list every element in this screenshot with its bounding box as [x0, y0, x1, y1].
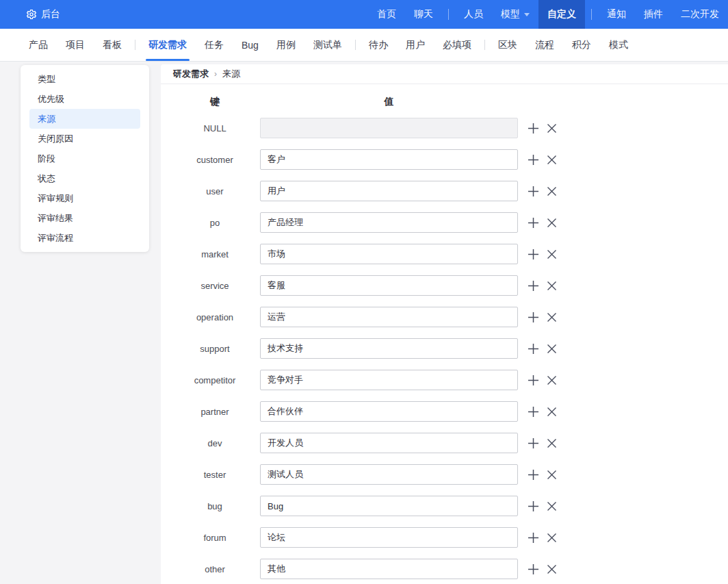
sidebar-item-type[interactable]: 类型 — [29, 69, 140, 89]
sidebar-item-review-flow[interactable]: 评审流程 — [29, 228, 140, 248]
kv-value-input[interactable] — [260, 370, 518, 390]
header-item-home[interactable]: 首页 — [368, 0, 405, 29]
kv-value-input[interactable] — [260, 244, 518, 264]
sidebar-item-review-rule[interactable]: 评审规则 — [29, 188, 140, 208]
admin-brand[interactable]: 后台 — [26, 0, 60, 29]
add-icon[interactable] — [527, 468, 540, 481]
kv-key-label: forum — [170, 533, 260, 543]
nav-item-bug[interactable]: Bug — [233, 29, 268, 61]
add-icon[interactable] — [527, 342, 540, 355]
row-actions — [527, 374, 558, 387]
kv-value-input[interactable] — [260, 118, 518, 138]
kv-value-input[interactable] — [260, 212, 518, 233]
add-icon[interactable] — [527, 248, 540, 261]
nav-item-product[interactable]: 产品 — [20, 29, 57, 61]
add-icon[interactable] — [527, 122, 540, 135]
kv-value-input[interactable] — [260, 338, 518, 359]
remove-icon[interactable] — [545, 468, 558, 481]
kv-key-label: competitor — [170, 375, 260, 385]
header-item-people[interactable]: 人员 — [455, 0, 492, 29]
kv-row-tester: tester — [170, 459, 728, 490]
add-icon[interactable] — [527, 563, 540, 576]
row-actions — [527, 122, 558, 135]
nav-item-case[interactable]: 用例 — [268, 29, 304, 61]
remove-icon[interactable] — [545, 279, 558, 292]
value-column-header: 值 — [260, 96, 518, 108]
nav-item-task[interactable]: 任务 — [196, 29, 233, 61]
kv-value-input[interactable] — [260, 496, 518, 516]
add-icon[interactable] — [527, 185, 540, 198]
breadcrumb-current: 来源 — [222, 68, 240, 80]
row-actions — [527, 185, 558, 198]
add-icon[interactable] — [527, 153, 540, 166]
sidebar-item-stage[interactable]: 阶段 — [29, 149, 140, 168]
nav-divider — [355, 40, 356, 50]
chevron-down-icon — [524, 13, 530, 16]
remove-icon[interactable] — [545, 374, 558, 387]
kv-value-input[interactable] — [260, 433, 518, 453]
nav-item-user[interactable]: 用户 — [397, 29, 434, 61]
sidebar-item-review-result[interactable]: 评审结果 — [29, 208, 140, 228]
kv-value-input[interactable] — [260, 181, 518, 201]
kv-key-label: service — [170, 281, 260, 291]
nav-item-block[interactable]: 区块 — [489, 29, 526, 61]
admin-header: 后台 首页 聊天 人员 模型 自定义 通知 插件 二次开发 — [0, 0, 728, 29]
kv-value-input[interactable] — [260, 559, 518, 579]
remove-icon[interactable] — [545, 311, 558, 324]
sidebar-item-status[interactable]: 状态 — [29, 168, 140, 188]
nav-divider — [484, 40, 485, 50]
add-icon[interactable] — [527, 405, 540, 418]
header-item-dev[interactable]: 二次开发 — [672, 0, 728, 29]
add-icon[interactable] — [527, 500, 540, 513]
nav-item-mode[interactable]: 模式 — [600, 29, 637, 61]
nav-item-story[interactable]: 研发需求 — [140, 29, 196, 61]
header-menu: 首页 聊天 人员 模型 自定义 通知 插件 二次开发 — [368, 0, 728, 29]
add-icon[interactable] — [527, 279, 540, 292]
add-icon[interactable] — [527, 374, 540, 387]
kv-key-label: other — [170, 564, 260, 574]
add-icon[interactable] — [527, 216, 540, 229]
remove-icon[interactable] — [545, 216, 558, 229]
add-icon[interactable] — [527, 311, 540, 324]
nav-item-kanban[interactable]: 看板 — [94, 29, 131, 61]
sidebar-item-close-reason[interactable]: 关闭原因 — [29, 129, 140, 149]
kv-row-support: support — [170, 333, 728, 364]
remove-icon[interactable] — [545, 500, 558, 513]
nav-item-required[interactable]: 必填项 — [434, 29, 480, 61]
header-item-plugin[interactable]: 插件 — [635, 0, 672, 29]
add-icon[interactable] — [527, 531, 540, 544]
row-actions — [527, 468, 558, 481]
kv-key-label: dev — [170, 438, 260, 448]
kv-value-input[interactable] — [260, 307, 518, 327]
kv-value-input[interactable] — [260, 149, 518, 170]
remove-icon[interactable] — [545, 563, 558, 576]
kv-value-input[interactable] — [260, 527, 518, 548]
gear-icon — [26, 9, 37, 20]
remove-icon[interactable] — [545, 185, 558, 198]
breadcrumb-parent[interactable]: 研发需求 — [173, 68, 209, 80]
header-item-notice[interactable]: 通知 — [598, 0, 635, 29]
nav-item-testtask[interactable]: 测试单 — [304, 29, 351, 61]
nav-item-todo[interactable]: 待办 — [360, 29, 397, 61]
kv-value-input[interactable] — [260, 275, 518, 296]
remove-icon[interactable] — [545, 248, 558, 261]
sidebar-item-priority[interactable]: 优先级 — [29, 89, 140, 109]
nav-item-flow[interactable]: 流程 — [526, 29, 563, 61]
nav-item-score[interactable]: 积分 — [563, 29, 600, 61]
add-icon[interactable] — [527, 437, 540, 450]
remove-icon[interactable] — [545, 405, 558, 418]
remove-icon[interactable] — [545, 153, 558, 166]
header-item-custom[interactable]: 自定义 — [538, 0, 585, 29]
kv-value-input[interactable] — [260, 464, 518, 485]
remove-icon[interactable] — [545, 531, 558, 544]
kv-row-user: user — [170, 175, 728, 207]
remove-icon[interactable] — [545, 122, 558, 135]
nav-item-project[interactable]: 项目 — [57, 29, 94, 61]
kv-value-input[interactable] — [260, 401, 518, 422]
kv-row-partner: partner — [170, 396, 728, 427]
header-item-chat[interactable]: 聊天 — [405, 0, 442, 29]
header-item-model[interactable]: 模型 — [492, 0, 538, 29]
sidebar-item-source[interactable]: 来源 — [29, 109, 140, 129]
remove-icon[interactable] — [545, 342, 558, 355]
remove-icon[interactable] — [545, 437, 558, 450]
